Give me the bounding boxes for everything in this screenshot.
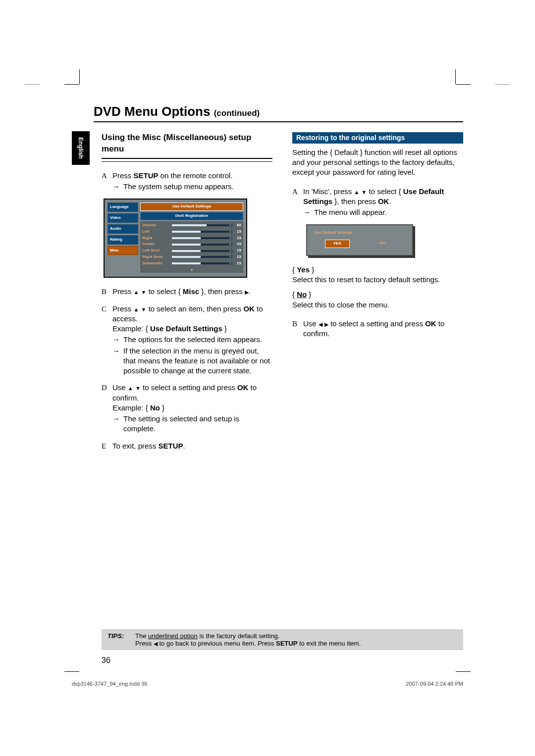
- crop-mark: [455, 69, 456, 84]
- step-a-right: A In 'Misc', press to select { Use Defau…: [292, 187, 463, 218]
- osd-slider-rows: Volume60 Left15 Right15 Center15 Left Sr…: [140, 221, 243, 273]
- osd-option-default: Use Default Settings: [140, 202, 243, 211]
- up-icon: [134, 287, 139, 296]
- down-icon: [141, 304, 147, 313]
- page-number: 36: [102, 656, 110, 665]
- up-icon: [354, 187, 359, 196]
- page-title: DVD Menu Options (continued): [94, 104, 463, 122]
- step-e: E To exit, press SETUP.: [102, 441, 272, 451]
- osd-tab-video: Video: [107, 213, 138, 223]
- crop-mark: [25, 84, 40, 85]
- down-icon: [141, 287, 147, 296]
- osd-tab-audio: Audio: [107, 224, 138, 234]
- osd-tab-misc: Misc: [107, 246, 138, 255]
- section-bar: Restoring to the original settings: [292, 132, 463, 144]
- page-content: DVD Menu Options (continued) English Usi…: [72, 104, 463, 672]
- section-heading: Using the Misc (Miscellaneous) setup men…: [102, 132, 272, 159]
- crop-mark: [64, 84, 79, 85]
- step-c: C Press to select an item, then press OK…: [102, 304, 272, 376]
- tips-box: TIPS: The underlined option is the facto…: [102, 629, 463, 650]
- title-main: DVD Menu Options: [94, 104, 210, 119]
- step-d: D Use to select a setting and press OK t…: [102, 383, 272, 434]
- right-icon: [324, 319, 328, 328]
- arrow-icon: →: [112, 335, 123, 345]
- osd-confirm-title: Use Default Settings: [310, 228, 409, 240]
- osd-confirm-yes: YES: [325, 240, 350, 248]
- left-column: Using the Misc (Miscellaneous) setup men…: [102, 132, 272, 458]
- crop-mark: [456, 84, 471, 85]
- right-column: Restoring to the original settings Setti…: [292, 132, 463, 458]
- osd-misc-menu: Language Video Audio Rating Misc Use Def…: [104, 199, 247, 278]
- left-icon: [154, 640, 158, 647]
- step-b-right: B Use to select a setting and press OK t…: [292, 319, 463, 339]
- option-no: { No }: [292, 290, 463, 300]
- arrow-icon: →: [112, 346, 123, 376]
- tips-label: TIPS:: [107, 632, 135, 647]
- language-tab-label: English: [77, 137, 84, 158]
- option-yes: { Yes }: [292, 265, 463, 275]
- osd-option-divx: DivX Registration: [140, 212, 243, 220]
- title-suffix: (continued): [214, 108, 260, 118]
- option-yes-desc: Select this to reset to factory default …: [292, 275, 463, 285]
- osd-confirm-no: NO: [371, 240, 395, 248]
- intro-text: Setting the { Default } function will re…: [292, 148, 463, 178]
- osd-scroll-down-icon: ▼: [142, 267, 241, 273]
- step-a: A Press SETUP on the remote control. →Th…: [102, 171, 272, 192]
- right-icon: [245, 287, 249, 296]
- footer-timestamp: 2007-09-04 2:24:48 PM: [406, 681, 463, 687]
- osd-tab-language: Language: [107, 202, 138, 212]
- down-icon: [361, 187, 367, 196]
- down-icon: [135, 383, 141, 392]
- arrow-icon: →: [112, 414, 123, 434]
- step-marker: A: [102, 171, 112, 192]
- osd-tab-list: Language Video Audio Rating Misc: [107, 202, 138, 273]
- rule: [102, 161, 272, 162]
- option-no-desc: Select this to close the menu.: [292, 300, 463, 310]
- up-icon: [134, 304, 139, 313]
- arrow-icon: →: [303, 207, 314, 217]
- print-footer: dvp3146-3747_94_eng.indd 36 2007-09-04 2…: [72, 681, 463, 687]
- crop-mark: [495, 84, 510, 85]
- left-icon: [319, 319, 322, 328]
- crop-mark: [79, 69, 80, 84]
- arrow-icon: →: [112, 182, 123, 192]
- osd-confirm-dialog: Use Default Settings YES NO: [306, 224, 413, 256]
- footer-file: dvp3146-3747_94_eng.indd 36: [72, 681, 147, 687]
- osd-tab-rating: Rating: [107, 235, 138, 245]
- step-b: B Press to select { Misc }, then press .: [102, 287, 272, 297]
- language-tab: English: [72, 131, 90, 165]
- up-icon: [128, 383, 133, 392]
